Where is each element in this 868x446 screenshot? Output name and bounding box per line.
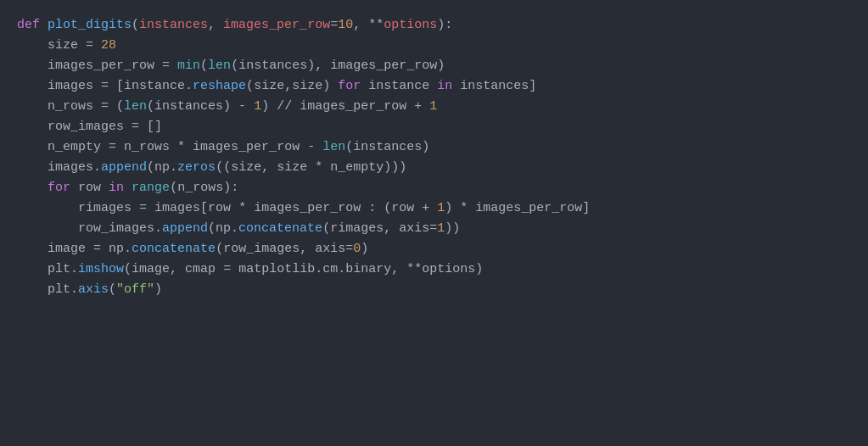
code-block: def plot_digits(instances, images_per_ro… xyxy=(17,15,851,300)
code-line-14: plt.axis("off") xyxy=(17,280,851,300)
code-line-8: images.append(np.zeros((size, size * n_e… xyxy=(17,158,851,178)
code-line-9: for row in range(n_rows): xyxy=(17,178,851,198)
code-line-7: n_empty = n_rows * images_per_row - len(… xyxy=(17,137,851,158)
code-line-3: images_per_row = min(len(instances), ima… xyxy=(17,56,851,76)
code-line-4: images = [instance.reshape(size,size) fo… xyxy=(17,76,851,97)
code-line-2: size = 28 xyxy=(17,36,851,56)
code-line-12: image = np.concatenate(row_images, axis=… xyxy=(17,239,851,259)
code-line-6: row_images = [] xyxy=(17,117,851,137)
code-line-5: n_rows = (len(instances) - 1) // images_… xyxy=(17,97,851,117)
code-line-11: row_images.append(np.concatenate(rimages… xyxy=(17,219,851,239)
code-line-13: plt.imshow(image, cmap = matplotlib.cm.b… xyxy=(17,259,851,280)
code-line-1: def plot_digits(instances, images_per_ro… xyxy=(17,15,851,36)
code-line-10: rimages = images[row * images_per_row : … xyxy=(17,198,851,219)
